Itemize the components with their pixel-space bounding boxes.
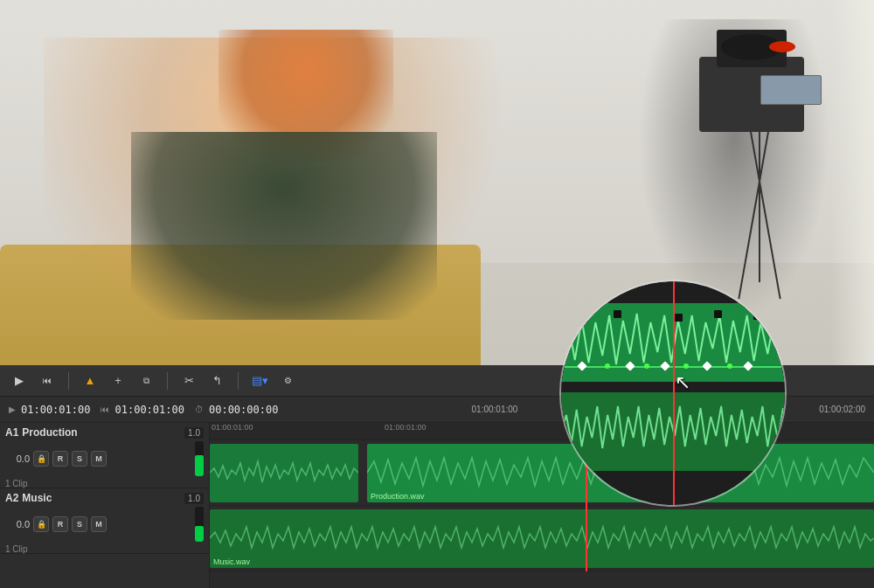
track-area: A1 Production 1.0 0.0 🔒 R S M 1 Clip (0, 423, 874, 588)
track-header-a2: A2 Music 1.0 0.0 🔒 R S M 1 Clip (0, 488, 209, 554)
track-a2-level: 1.0 (184, 493, 204, 504)
duration-display: ⏱ 00:00:00:00 (195, 404, 278, 416)
track-a2-id-label: A2 (5, 492, 18, 504)
settings-button[interactable]: ⚙ (277, 370, 298, 391)
tracks-container: Production.wav Music.wav (210, 440, 874, 571)
toolbar-separator-1 (68, 372, 69, 390)
track-a1-id-label: A1 (5, 426, 18, 439)
track-a1-clip-count: 1 Clip (5, 479, 204, 488)
play-button[interactable]: ▶ (9, 370, 30, 391)
timeline-panel: ▶ ⏮ ▲ + ⧉ ✂ ↰ ▤▾ ⚙ ▶ 01:00:01:00 ⏮ 01:00… (0, 365, 874, 588)
track-a1-mute-btn[interactable]: M (91, 451, 107, 467)
track-a1-volume: 0.0 (5, 453, 30, 464)
ruler-mark-1: 01:00:01:00 (385, 423, 427, 432)
track-header-a1: A1 Production 1.0 0.0 🔒 R S M 1 Clip (0, 423, 209, 488)
audio-clip-a1-main[interactable]: Production.wav (367, 444, 874, 502)
track-a2-record-btn[interactable]: R (52, 516, 68, 532)
track-a1-vu-fill (195, 455, 204, 476)
toolbar-separator-2 (167, 372, 168, 390)
track-a2-vu-meter (195, 507, 204, 542)
ruler-mark-0: 01:00:01:00 (212, 423, 253, 432)
in-point-timecode: 01:00:01:00 (114, 404, 184, 416)
timeline-content[interactable]: 01:00:01:00 01:00:01:00 01:00:02:00 (210, 423, 874, 588)
track-a2-solo-btn[interactable]: S (72, 516, 87, 532)
ruler-timecode-3: 01:00:02:00 (819, 405, 865, 414)
timeline-ruler: 01:00:01:00 01:00:01:00 01:00:02:00 (210, 423, 874, 440)
track-a1-level: 1.0 (184, 427, 204, 439)
track-headers: A1 Production 1.0 0.0 🔒 R S M 1 Clip (0, 423, 210, 588)
slip-tool-button[interactable]: ↰ (206, 370, 227, 391)
toolbar-separator-3 (238, 372, 239, 390)
ruler-timecode-1: 01:00:01:00 (472, 405, 518, 414)
ruler-mark-2: 01:00:02:00 (586, 423, 628, 432)
toolbar: ▶ ⏮ ▲ + ⧉ ✂ ↰ ▤▾ ⚙ (0, 365, 874, 397)
audio-track-a2[interactable]: Music.wav (210, 506, 874, 571)
audio-clip-a2-main[interactable]: Music.wav (210, 509, 874, 568)
time-row: ▶ 01:00:01:00 ⏮ 01:00:01:00 ⏱ 00:00:00:0… (0, 397, 874, 423)
track-a2-lock-btn[interactable]: 🔒 (33, 516, 49, 532)
selection-tool-button[interactable]: ▲ (80, 370, 101, 391)
track-select-button[interactable]: ⧉ (135, 370, 156, 391)
track-a2-clip-count: 1 Clip (5, 544, 204, 554)
in-point-display: ⏮ 01:00:01:00 (101, 404, 184, 416)
video-preview (0, 0, 874, 376)
razor-tool-button[interactable]: ✂ (178, 370, 199, 391)
audio-clip-a2-label: Music.wav (213, 557, 250, 566)
audio-clip-a1-label: Production.wav (371, 492, 425, 501)
track-a1-record-btn[interactable]: R (52, 451, 68, 467)
track-a1-lock-btn[interactable]: 🔒 (33, 451, 49, 467)
audio-clip-a1-part1[interactable] (210, 444, 358, 502)
step-back-button[interactable]: ⏮ (37, 370, 58, 391)
track-a1-vu-meter (195, 441, 204, 476)
duration-timecode: 00:00:00:00 (209, 404, 278, 416)
current-time-display: ▶ 01:00:01:00 (9, 404, 90, 416)
track-a2-vu-fill (195, 526, 204, 542)
track-a1-solo-btn[interactable]: S (72, 451, 87, 467)
audio-track-a1[interactable]: Production.wav (210, 440, 874, 506)
track-a2-name-label: Music (22, 492, 52, 504)
track-a2-mute-btn[interactable]: M (91, 516, 107, 532)
track-a2-volume: 0.0 (5, 519, 30, 529)
track-a1-name-label: Production (22, 426, 77, 439)
track-menu-button[interactable]: ▤▾ (249, 370, 270, 391)
current-timecode: 01:00:01:00 (21, 404, 90, 416)
add-edit-button[interactable]: + (108, 370, 128, 391)
ruler-timecode-2: 01:00:01:00 (680, 405, 726, 414)
